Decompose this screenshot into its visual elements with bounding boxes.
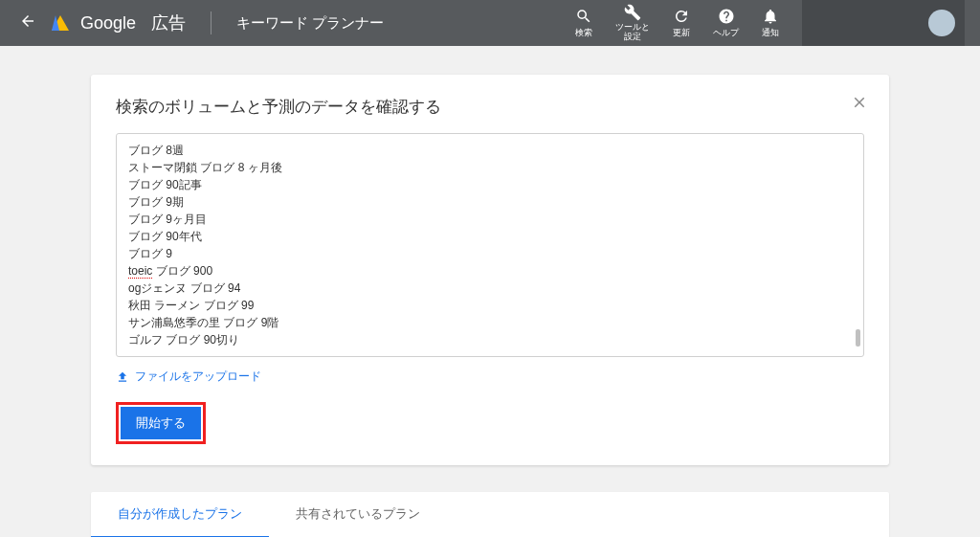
close-icon [851,94,868,111]
keyword-input[interactable]: ブログ 8週ストーマ閉鎖 ブログ 8 ヶ月後ブログ 90記事ブログ 9期ブログ … [116,133,864,357]
search-button[interactable]: 検索 [564,8,604,39]
main-content: 検索のボリュームと予測のデータを確認する ブログ 8週ストーマ閉鎖 ブログ 8 … [0,46,980,537]
help-icon [718,8,735,25]
start-button-highlight: 開始する [116,402,206,444]
forecast-card: 検索のボリュームと予測のデータを確認する ブログ 8週ストーマ閉鎖 ブログ 8 … [91,75,889,465]
tab-shared-plans[interactable]: 共有されているプラン [269,492,447,537]
plan-tabs: 自分が作成したプラン 共有されているプラン [91,492,889,537]
scrollbar-thumb[interactable] [856,329,860,347]
tab-my-plans[interactable]: 自分が作成したプラン [91,492,269,537]
search-label: 検索 [575,27,592,39]
notifications-label: 通知 [762,27,779,39]
upload-icon [116,370,129,384]
upload-file-link[interactable]: ファイルをアップロード [116,369,864,385]
start-button[interactable]: 開始する [121,407,201,439]
back-arrow-icon[interactable] [15,9,40,38]
header-right: 検索 ツールと 設定 更新 ヘルプ 通知 [564,0,965,46]
wrench-icon [624,4,641,21]
bell-icon [762,8,779,25]
avatar[interactable] [928,10,955,36]
help-label: ヘルプ [713,27,739,39]
tab-shared-plans-label: 共有されているプラン [296,506,420,521]
refresh-icon [673,8,690,25]
header-left: Google 広告 キーワード プランナー [15,9,384,38]
refresh-button[interactable]: 更新 [661,8,702,39]
upload-label: ファイルをアップロード [135,369,261,385]
header-divider [211,11,212,34]
card-title: 検索のボリュームと予測のデータを確認する [116,96,864,118]
notifications-button[interactable]: 通知 [750,8,791,39]
google-ads-logo-icon [52,15,69,31]
search-icon [575,8,592,25]
brand-product: 広告 [151,11,186,34]
account-switcher[interactable] [802,0,965,46]
tab-my-plans-label: 自分が作成したプラン [118,506,242,521]
keyword-list-content: ブログ 8週ストーマ閉鎖 ブログ 8 ヶ月後ブログ 90記事ブログ 9期ブログ … [128,142,852,348]
page-title: キーワード プランナー [236,14,384,33]
help-button[interactable]: ヘルプ [702,8,750,39]
refresh-label: 更新 [673,27,690,39]
app-header: Google 広告 キーワード プランナー 検索 ツールと 設定 更新 ヘルプ … [0,0,980,46]
start-button-label: 開始する [136,415,186,430]
tools-button[interactable]: ツールと 設定 [604,4,661,42]
plans-section: 自分が作成したプラン 共有されているプラン フィルタを追加 表示項目 [91,492,889,537]
close-card-button[interactable] [851,94,868,114]
tools-label: ツールと 設定 [615,23,650,42]
brand-name: Google [80,13,136,34]
